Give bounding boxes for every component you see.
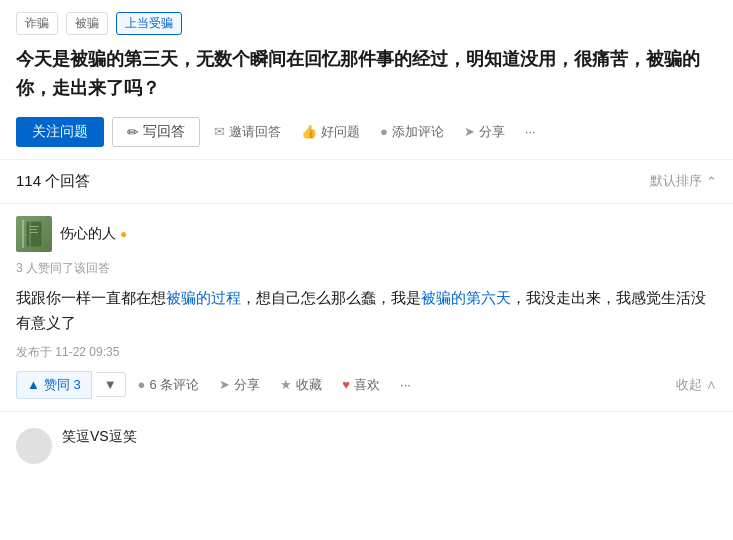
answer-content-1: 我跟你一样一直都在想被骗的过程，想自己怎么那么蠢，我是被骗的第六天，我没走出来，… — [16, 285, 717, 336]
write-icon: ✏ — [127, 124, 139, 140]
svg-rect-4 — [30, 232, 38, 233]
share-answer-label: 分享 — [234, 376, 260, 394]
thumbsup-icon: 👍 — [301, 124, 317, 139]
vote-down-button[interactable]: ▼ — [96, 372, 126, 397]
collect-button[interactable]: ★ 收藏 — [272, 372, 330, 398]
share-icon: ➤ — [464, 124, 475, 139]
highlight-2: 被骗的第六天 — [421, 289, 511, 306]
collapse-button[interactable]: 收起 ∧ — [676, 376, 717, 394]
share-answer-icon: ➤ — [219, 377, 230, 392]
answer-actions-1: ▲ 赞同 3 ▼ ● 6 条评论 ➤ 分享 ★ 收藏 ♥ 喜欢 ··· 收起 ∧ — [16, 371, 717, 399]
more-button[interactable]: ··· — [519, 120, 542, 143]
vote-up-button[interactable]: ▲ 赞同 3 — [16, 371, 92, 399]
invite-icon: ✉ — [214, 124, 225, 139]
comment-dot-icon: ● — [380, 124, 388, 139]
svg-rect-1 — [29, 222, 31, 246]
invite-label: 邀请回答 — [229, 123, 281, 141]
write-answer-label: 写回答 — [143, 123, 185, 141]
triangle-down-icon: ▼ — [104, 377, 117, 392]
answer-date-1: 发布于 11-22 09:35 — [16, 344, 717, 361]
svg-rect-2 — [30, 226, 39, 227]
more-answer-icon: ··· — [400, 377, 411, 392]
collapse-label: 收起 ∧ — [676, 376, 717, 394]
like-answer-button[interactable]: ♥ 喜欢 — [334, 372, 388, 398]
star-icon: ★ — [280, 377, 292, 392]
more-icon: ··· — [525, 124, 536, 139]
like-label: 好问题 — [321, 123, 360, 141]
sort-button[interactable]: 默认排序 ⌃ — [650, 172, 717, 190]
answer-author-1: 伤心的人 ● — [16, 216, 717, 252]
like-answer-label: 喜欢 — [354, 376, 380, 394]
question-section: 今天是被骗的第三天，无数个瞬间在回忆那件事的经过，明知道没用，很痛苦，被骗的你，… — [0, 45, 733, 159]
share-answer-button[interactable]: ➤ 分享 — [211, 372, 268, 398]
share-button[interactable]: ➤ 分享 — [458, 119, 511, 145]
likes-note-1: 3 人赞同了该回答 — [16, 260, 717, 277]
comment-label: 6 条评论 — [149, 376, 199, 394]
tag-beipian[interactable]: 被骗 — [66, 12, 108, 35]
answers-header: 114 个回答 默认排序 ⌃ — [0, 160, 733, 203]
heart-icon: ♥ — [342, 377, 350, 392]
verified-icon: ● — [120, 227, 127, 241]
invite-answer-button[interactable]: ✉ 邀请回答 — [208, 119, 287, 145]
avatar-2 — [16, 428, 52, 464]
author-name-1: 伤心的人 ● — [60, 225, 127, 243]
highlight-1: 被骗的过程 — [166, 289, 241, 306]
comment-button[interactable]: ● 6 条评论 — [130, 372, 208, 398]
question-title: 今天是被骗的第三天，无数个瞬间在回忆那件事的经过，明知道没用，很痛苦，被骗的你，… — [16, 45, 717, 103]
like-question-button[interactable]: 👍 好问题 — [295, 119, 366, 145]
write-answer-button[interactable]: ✏ 写回答 — [112, 117, 200, 147]
author-name-2: 笑逗VS逗笑 — [62, 428, 137, 446]
add-comment-button[interactable]: ● 添加评论 — [374, 119, 450, 145]
collect-label: 收藏 — [296, 376, 322, 394]
svg-rect-3 — [30, 229, 37, 230]
tag-shangdang[interactable]: 上当受骗 — [116, 12, 182, 35]
comment-bubble-icon: ● — [138, 377, 146, 392]
add-comment-label: 添加评论 — [392, 123, 444, 141]
share-label: 分享 — [479, 123, 505, 141]
tags-container: 诈骗 被骗 上当受骗 — [0, 0, 733, 45]
avatar-1 — [16, 216, 52, 252]
answer-item-1: 伤心的人 ● 3 人赞同了该回答 我跟你一样一直都在想被骗的过程，想自己怎么那么… — [0, 203, 733, 411]
sort-chevron-icon: ⌃ — [706, 174, 717, 189]
answer-item-2: 笑逗VS逗笑 — [0, 411, 733, 476]
triangle-up-icon: ▲ — [27, 377, 40, 392]
more-answer-button[interactable]: ··· — [392, 373, 419, 396]
action-bar: 关注问题 ✏ 写回答 ✉ 邀请回答 👍 好问题 ● 添加评论 ➤ 分享 ··· — [16, 117, 717, 147]
answers-count: 114 个回答 — [16, 172, 90, 191]
vote-count-label: 赞同 3 — [44, 376, 81, 394]
follow-question-button[interactable]: 关注问题 — [16, 117, 104, 147]
tag-zhapian[interactable]: 诈骗 — [16, 12, 58, 35]
sort-label: 默认排序 — [650, 172, 702, 190]
